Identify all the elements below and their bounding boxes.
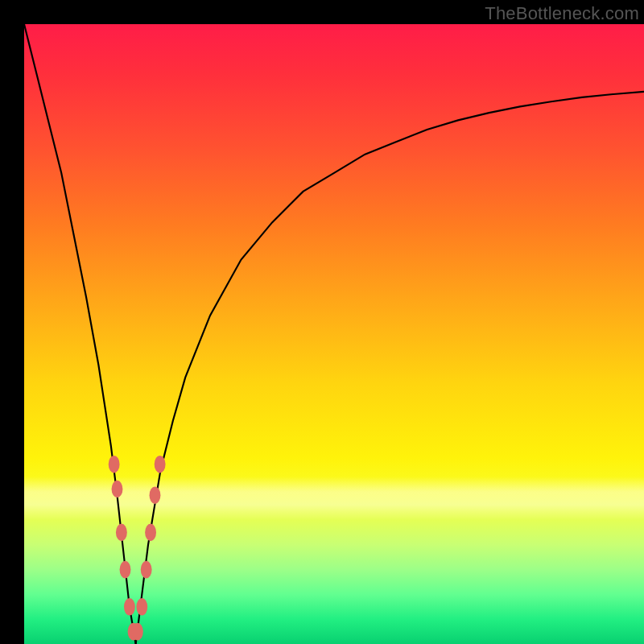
plot-background-gradient: [24, 24, 644, 644]
watermark-text: TheBottleneck.com: [485, 3, 639, 24]
chart-frame: TheBottleneck.com: [0, 0, 644, 644]
